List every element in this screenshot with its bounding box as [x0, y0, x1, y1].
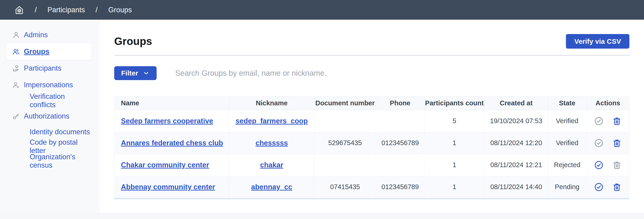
table-row: Abbenay community center abennay_cc 0741… — [114, 176, 629, 198]
state-cell: Pending — [548, 176, 586, 198]
sidebar-item-label: Code by postal letter — [30, 138, 92, 155]
sidebar-item-label: Identity documents — [30, 128, 90, 136]
search-input[interactable] — [175, 68, 625, 78]
created-at-cell: 08/11/2024 14:40 — [484, 176, 548, 198]
verify-icon[interactable] — [594, 138, 604, 148]
breadcrumb: / Participants / Groups — [0, 0, 644, 20]
delete-icon[interactable] — [612, 116, 622, 126]
sidebar-item-label: Admins — [24, 31, 48, 39]
sidebar-item-verification-conflicts[interactable]: Verification conflicts — [6, 93, 92, 108]
header-divider — [114, 55, 630, 55]
group-icon — [12, 48, 20, 55]
sidebar-item-authorizations[interactable]: Authorizations — [6, 108, 92, 125]
key-icon — [12, 113, 20, 120]
phone-cell: 0123456789 — [376, 132, 424, 154]
state-cell: Rejected — [548, 154, 586, 176]
verify-icon[interactable] — [594, 160, 604, 170]
sidebar-item-label: Authorizations — [24, 112, 69, 120]
group-nickname-link[interactable]: sedep_farmers_coop — [236, 117, 308, 125]
state-cell: Verified — [548, 132, 586, 154]
group-name-link[interactable]: Sedep farmers cooperative — [121, 117, 213, 125]
sidebar-item-organizations-census[interactable]: Organization's census — [6, 154, 92, 168]
phone-cell: 0123456789 — [376, 176, 424, 198]
sidebar-item-admins[interactable]: Admins — [6, 27, 92, 43]
verify-icon[interactable] — [594, 116, 604, 126]
document-number-cell — [314, 154, 376, 176]
group-name-link[interactable]: Annares federated chess club — [121, 139, 223, 147]
table-row: Sedep farmers cooperative sedep_farmers_… — [114, 110, 629, 132]
page-background-band — [0, 213, 644, 219]
participants-count-cell: 1 — [424, 154, 484, 176]
breadcrumb-separator: / — [35, 6, 37, 14]
table-row: Annares federated chess club chesssss 52… — [114, 132, 629, 154]
breadcrumb-separator: / — [96, 6, 98, 14]
sidebar-item-identity-documents[interactable]: Identity documents — [6, 125, 92, 139]
state-cell: Verified — [548, 110, 586, 132]
col-header-name: Name — [114, 97, 229, 110]
created-at-cell: 19/10/2024 07:53 — [484, 110, 548, 132]
col-header-actions: Actions — [586, 97, 629, 110]
col-header-phone: Phone — [376, 97, 424, 110]
group-nickname-link[interactable]: chakar — [260, 161, 283, 169]
document-number-cell: 07415435 — [314, 176, 376, 198]
document-number-cell — [314, 110, 376, 132]
sidebar: Admins Groups Participant — [0, 20, 100, 213]
participants-count-cell: 1 — [424, 132, 484, 154]
delete-icon[interactable] — [612, 138, 622, 148]
breadcrumb-participants[interactable]: Participants — [48, 6, 85, 14]
sidebar-item-code-by-postal-letter[interactable]: Code by postal letter — [6, 139, 92, 154]
sidebar-item-label: Groups — [24, 47, 49, 56]
table-header-row: Name Nickname Document number Phone Part… — [114, 97, 629, 110]
sidebar-item-participants[interactable]: Participants — [6, 60, 92, 77]
group-name-link[interactable]: Chakar community center — [121, 161, 209, 169]
sidebar-item-impersonations[interactable]: Impersonations — [6, 77, 92, 93]
user-add-icon — [12, 81, 20, 89]
col-header-participants-count: Participants count — [424, 97, 484, 110]
col-header-created-at: Created at — [484, 97, 548, 110]
phone-cell — [376, 154, 424, 176]
sidebar-item-label: Organization's census — [30, 153, 92, 170]
created-at-cell: 08/11/2024 12:21 — [484, 154, 548, 176]
col-header-nickname: Nickname — [229, 97, 314, 110]
filter-button[interactable]: Filter — [114, 66, 156, 80]
group-nickname-link[interactable]: abennay_cc — [251, 183, 292, 191]
sidebar-item-label: Verification conflicts — [30, 92, 92, 109]
home-gear-icon[interactable] — [14, 5, 24, 15]
group-nickname-link[interactable]: chesssss — [256, 139, 288, 147]
hand-heart-icon — [12, 65, 20, 72]
phone-cell — [376, 110, 424, 132]
col-header-document-number: Document number — [314, 97, 376, 110]
filter-button-label: Filter — [121, 69, 138, 77]
breadcrumb-groups[interactable]: Groups — [108, 6, 132, 14]
participants-count-cell: 1 — [424, 176, 484, 198]
verify-icon[interactable] — [594, 182, 604, 192]
sidebar-item-label: Impersonations — [24, 81, 73, 89]
created-at-cell: 08/11/2024 12:20 — [484, 132, 548, 154]
verify-via-csv-button[interactable]: Verify via CSV — [566, 34, 630, 49]
col-header-state: State — [548, 97, 586, 110]
delete-icon[interactable] — [612, 160, 622, 170]
participants-count-cell: 5 — [424, 110, 484, 132]
user-icon — [12, 31, 20, 39]
table-row: Chakar community center chakar 1 08/11/2… — [114, 154, 629, 176]
page-title: Groups — [114, 35, 152, 47]
sidebar-item-label: Participants — [24, 64, 62, 72]
delete-icon[interactable] — [612, 182, 622, 192]
document-number-cell: 529675435 — [314, 132, 376, 154]
chevron-down-icon — [143, 70, 150, 77]
sidebar-item-groups[interactable]: Groups — [6, 43, 92, 60]
groups-table: Name Nickname Document number Phone Part… — [114, 96, 630, 199]
group-name-link[interactable]: Abbenay community center — [121, 183, 215, 191]
main-content: Groups Verify via CSV Filter — [100, 20, 644, 213]
